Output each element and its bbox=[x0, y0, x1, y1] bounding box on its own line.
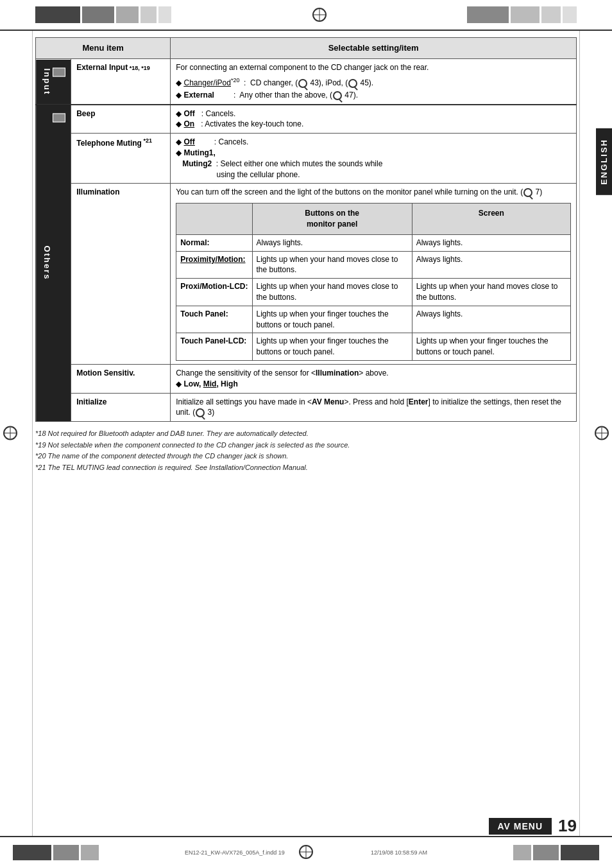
illumination-label: Illumination bbox=[76, 187, 119, 196]
bottom-bar-block4 bbox=[513, 845, 531, 860]
illum-touch-label: Touch Panel: bbox=[176, 306, 252, 333]
illum-row-touch: Touch Panel: Lights up when your finger … bbox=[176, 306, 571, 333]
top-bar-block7 bbox=[511, 6, 540, 23]
others-category-cell: Others bbox=[36, 105, 71, 422]
initialize-label: Initialize bbox=[76, 397, 106, 406]
initialize-setting: Initialize all settings you have made in… bbox=[171, 393, 577, 422]
top-bar-block4 bbox=[140, 6, 157, 23]
beep-row: Others Beep ◆ Off : Cancels. ◆ On : Acti… bbox=[36, 105, 577, 134]
external-input-menu-item: External Input *18, *19 bbox=[71, 59, 171, 105]
beep-setting: ◆ Off : Cancels. ◆ On : Activates the ke… bbox=[171, 105, 577, 134]
illum-normal-buttons: Always lights. bbox=[252, 234, 412, 251]
illum-proxi-lcd-buttons: Lights up when your hand moves close to … bbox=[252, 279, 412, 306]
initialize-row: Initialize Initialize all settings you h… bbox=[36, 393, 577, 422]
illum-proxi-lcd-screen: Lights up when your hand moves close to … bbox=[412, 279, 570, 306]
input-category-cell: Input bbox=[36, 59, 71, 105]
beep-label: Beep bbox=[76, 109, 95, 118]
bottom-bar-block2 bbox=[53, 845, 79, 860]
motion-sensitiv-setting: Change the sensitivity of the sensor for… bbox=[171, 364, 577, 393]
telephone-muting-label: Telephone Muting bbox=[76, 139, 142, 148]
top-center-crosshair bbox=[312, 8, 327, 22]
bottom-center-crosshair bbox=[299, 845, 313, 859]
beep-on: ◆ On : Activates the key-touch tone. bbox=[176, 119, 571, 130]
motion-sensitiv-menu-item: Motion Sensitiv. bbox=[71, 364, 171, 393]
bottom-bar-block6 bbox=[561, 845, 599, 860]
footnote-19: *19 Not selectable when the component co… bbox=[35, 440, 577, 451]
illum-normal-screen: Always lights. bbox=[412, 234, 570, 251]
page-number: 19 bbox=[558, 816, 577, 836]
illum-touch-lcd-label: Touch Panel-LCD: bbox=[176, 333, 252, 361]
footnote-18: *18 Not required for Bluetooth adapter a… bbox=[35, 428, 577, 440]
top-bar-block5 bbox=[158, 6, 171, 23]
mag-icon-3 bbox=[196, 408, 205, 417]
top-bar-block6 bbox=[467, 6, 509, 23]
mag-icon-43 bbox=[298, 79, 307, 88]
input-icon-shape bbox=[53, 68, 65, 77]
mag-icon-7 bbox=[523, 188, 532, 197]
muting-off: ◆ Off : Cancels. bbox=[176, 137, 571, 148]
illumination-menu-item: Illumination bbox=[71, 184, 171, 365]
external-input-sup: *18, *19 bbox=[128, 65, 150, 71]
illum-row-proximity: Proximity/Motion: Lights up when your ha… bbox=[176, 251, 571, 279]
illum-touch-lcd-screen: Lights up when your finger touches the b… bbox=[412, 333, 570, 361]
motion-sensitiv-label: Motion Sensitiv. bbox=[76, 369, 135, 378]
telephone-muting-menu-item: Telephone Muting *21 bbox=[71, 134, 171, 184]
beep-off: ◆ Off : Cancels. bbox=[176, 108, 571, 119]
illum-row-normal: Normal: Always lights. Always lights. bbox=[176, 234, 571, 251]
illum-proxi-lcd-label: Proxi/Motion-LCD: bbox=[176, 279, 252, 306]
illum-proximity-screen: Always lights. bbox=[412, 251, 570, 279]
bottom-right-text: 12/19/08 10:58:59 AM bbox=[371, 849, 427, 856]
illumination-setting: You can turn off the screen and the ligh… bbox=[171, 184, 577, 365]
beep-menu-item: Beep bbox=[71, 105, 171, 134]
col-header-menu-item: Menu item bbox=[36, 38, 171, 59]
illum-touch-lcd-buttons: Lights up when your finger touches the b… bbox=[252, 333, 412, 361]
illum-row-proxi-lcd: Proxi/Motion-LCD: Lights up when your ha… bbox=[176, 279, 571, 306]
illum-touch-buttons: Lights up when your finger touches the b… bbox=[252, 306, 412, 333]
bottom-bar-block1 bbox=[13, 845, 51, 860]
top-bar-block9 bbox=[563, 6, 577, 23]
footnote-21: *21 The TEL MUTING lead connection is re… bbox=[35, 462, 577, 474]
illum-col-buttons: Buttons on themonitor panel bbox=[252, 204, 412, 235]
telephone-muting-sup: *21 bbox=[142, 137, 152, 144]
main-content: Menu item Selectable setting/item Input … bbox=[35, 37, 577, 473]
main-table: Menu item Selectable setting/item Input … bbox=[35, 37, 577, 422]
changer-ipod-label: Changer/iPod bbox=[184, 78, 231, 87]
top-bar-block2 bbox=[82, 6, 114, 23]
muting-12: ◆ Muting1, Muting2 : Select either one w… bbox=[176, 148, 571, 180]
illum-row-touch-lcd: Touch Panel-LCD: Lights up when your fin… bbox=[176, 333, 571, 361]
footnote-20: *20 The name of the component detected t… bbox=[35, 451, 577, 462]
illum-proximity-buttons: Lights up when your hand moves close to … bbox=[252, 251, 412, 279]
top-bar-block1 bbox=[35, 6, 80, 23]
input-label: Input bbox=[42, 69, 52, 96]
top-bar-block3 bbox=[116, 6, 139, 23]
external-input-label: External Input bbox=[76, 63, 128, 72]
initialize-desc: Initialize all settings you have made in… bbox=[176, 397, 571, 419]
changer-ipod-sup: *20 bbox=[231, 77, 240, 83]
illumination-desc: You can turn off the screen and the ligh… bbox=[176, 187, 571, 198]
av-menu-badge: AV MENU bbox=[489, 818, 552, 835]
bottom-bar-block5 bbox=[533, 845, 559, 860]
others-icon-shape bbox=[53, 113, 65, 122]
illumination-row: Illumination You can turn off the screen… bbox=[36, 184, 577, 365]
external-input-setting: For connecting an external component to … bbox=[171, 59, 577, 105]
mag-icon-47 bbox=[333, 91, 342, 100]
bottom-left-text: EN12-21_KW-AVX726_005A_f.indd 19 bbox=[185, 849, 285, 856]
motion-sensitiv-desc: Change the sensitivity of the sensor for… bbox=[176, 368, 571, 379]
illumination-table: Buttons on themonitor panel Screen Norma… bbox=[176, 203, 571, 361]
external-input-desc: For connecting an external component to … bbox=[176, 62, 571, 73]
illum-col-empty bbox=[176, 204, 252, 235]
illum-proximity-label: Proximity/Motion: bbox=[176, 251, 252, 279]
input-row: Input External Input *18, *19 For connec… bbox=[36, 59, 577, 105]
right-mid-crosshair bbox=[595, 426, 609, 442]
top-bar bbox=[0, 0, 612, 31]
illum-normal-label: Normal: bbox=[176, 234, 252, 251]
telephone-muting-setting: ◆ Off : Cancels. ◆ Muting1, Muting2 : Se… bbox=[171, 134, 577, 184]
av-menu-section: AV MENU 19 bbox=[489, 816, 577, 836]
illum-col-screen: Screen bbox=[412, 204, 570, 235]
left-border-line bbox=[32, 31, 33, 837]
top-bar-block8 bbox=[541, 6, 561, 23]
bottom-bar-block3 bbox=[81, 845, 99, 860]
right-border-line bbox=[579, 31, 580, 837]
motion-sensitiv-options: ◆ Low, Mid, High bbox=[176, 379, 571, 390]
english-label: ENGLISH bbox=[596, 128, 612, 195]
